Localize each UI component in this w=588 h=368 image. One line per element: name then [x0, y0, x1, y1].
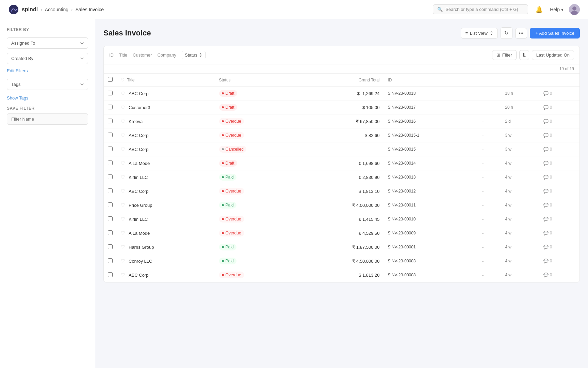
row-checkbox[interactable]	[108, 244, 113, 249]
heart-icon[interactable]: ♡	[121, 133, 125, 138]
row-dash-cell: -	[478, 114, 501, 128]
heart-icon[interactable]: ♡	[121, 105, 125, 110]
th-status: Status	[215, 74, 299, 87]
th-spacer	[478, 74, 501, 87]
add-sales-invoice-button[interactable]: + Add Sales Invoice	[530, 28, 580, 39]
table-row[interactable]: ♡ ABC Corp Overdue $ 82.60 SINV-23-00015…	[104, 128, 579, 142]
table-row[interactable]: ♡ A La Mode Draft € 1,698.60 SINV-23-000…	[104, 156, 579, 170]
status-dot	[222, 120, 224, 122]
col-status-select[interactable]: Status ⇕	[182, 51, 206, 59]
row-time-cell: 20 h	[501, 101, 539, 114]
row-checkbox[interactable]	[108, 174, 113, 179]
comment-count: 0	[550, 133, 552, 138]
table-row[interactable]: ♡ Kirlin LLC Paid € 2,830.90 SINV-23-000…	[104, 170, 579, 184]
assigned-to-select[interactable]: Assigned To	[7, 37, 88, 49]
row-amount-cell	[299, 142, 384, 156]
heart-icon[interactable]: ♡	[121, 230, 125, 236]
row-checkbox[interactable]	[108, 147, 113, 151]
avatar[interactable]	[569, 4, 580, 15]
row-checkbox[interactable]	[108, 272, 113, 277]
help-button[interactable]: Help ▾	[550, 7, 564, 12]
svg-point-4	[571, 11, 578, 15]
row-dash-cell: -	[478, 268, 501, 282]
row-customer-cell: ♡ ABC Corp	[117, 268, 215, 282]
row-customer-cell: ♡ Kreeva	[117, 114, 215, 128]
table-row[interactable]: ♡ Price Group Paid ₹ 4,00,000.00 SINV-23…	[104, 198, 579, 212]
last-updated-button[interactable]: Last Updated On	[532, 50, 574, 60]
tags-select[interactable]: Tags	[7, 79, 88, 90]
row-checkbox[interactable]	[108, 188, 113, 193]
heart-icon[interactable]: ♡	[121, 119, 125, 124]
row-dash-cell: -	[478, 156, 501, 170]
refresh-button[interactable]: ↻	[501, 27, 512, 39]
list-view-button[interactable]: ≡ List View ⇕	[461, 28, 497, 39]
filter-name-input[interactable]	[7, 113, 88, 125]
list-icon: ≡	[465, 31, 468, 36]
table-row[interactable]: ♡ ABC Corp Draft $ -1,269.24 SINV-23-000…	[104, 87, 579, 101]
filter-button[interactable]: ⊞ Filter	[492, 50, 517, 60]
row-checkbox[interactable]	[108, 258, 113, 263]
created-by-select[interactable]: Created By	[7, 53, 88, 64]
table-row[interactable]: ♡ Harris Group Paid ₹ 1,87,500.00 SINV-2…	[104, 240, 579, 254]
row-comments-cell: 💬 0	[539, 226, 579, 240]
row-checkbox[interactable]	[108, 216, 113, 221]
row-amount-cell: $ 82.60	[299, 128, 384, 142]
search-bar[interactable]: 🔍 Search or type a command (Ctrl + G)	[433, 4, 528, 14]
th-checkbox	[104, 74, 117, 87]
table-row[interactable]: ♡ Customer3 Draft $ 105.00 SINV-23-00017…	[104, 101, 579, 114]
toolbar-right: ⊞ Filter ⇅ Last Updated On	[492, 50, 574, 60]
comment-icon: 💬	[543, 245, 549, 249]
heart-icon[interactable]: ♡	[121, 202, 125, 208]
row-checkbox[interactable]	[108, 160, 113, 165]
comment-count: 0	[550, 105, 552, 110]
table-row[interactable]: ♡ A La Mode Overdue € 4,529.50 SINV-23-0…	[104, 226, 579, 240]
row-amount-cell: ₹ 4,00,000.00	[299, 198, 384, 212]
row-checkbox[interactable]	[108, 230, 113, 235]
nav-left: spindl › Accounting › Sales Invoice	[8, 4, 104, 15]
app-name: spindl	[22, 6, 38, 13]
row-status-cell: Draft	[215, 101, 299, 114]
heart-icon[interactable]: ♡	[121, 272, 125, 278]
table-row[interactable]: ♡ ABC Corp Overdue $ 1,813.20 SINV-23-00…	[104, 268, 579, 282]
heart-icon[interactable]: ♡	[121, 91, 125, 96]
heart-icon[interactable]: ♡	[121, 174, 125, 180]
row-amount-cell: $ 1,813.20	[299, 268, 384, 282]
row-checkbox[interactable]	[108, 202, 113, 207]
row-customer-cell: ♡ Harris Group	[117, 240, 215, 254]
table-row[interactable]: ♡ Kirlin LLC Overdue € 1,415.45 SINV-23-…	[104, 212, 579, 226]
breadcrumb-sales-invoice[interactable]: Sales Invoice	[76, 7, 104, 12]
heart-icon[interactable]: ♡	[121, 216, 125, 222]
heart-icon[interactable]: ♡	[121, 160, 125, 166]
heart-icon[interactable]: ♡	[121, 188, 125, 194]
row-checkbox[interactable]	[108, 105, 113, 109]
row-status-cell: Paid	[215, 170, 299, 184]
select-all-checkbox[interactable]	[108, 77, 113, 82]
edit-filters-link[interactable]: Edit Filters	[7, 68, 88, 73]
table-row[interactable]: ♡ ABC Corp Cancelled SINV-23-00015 - 3 w…	[104, 142, 579, 156]
status-label: Paid	[226, 203, 234, 208]
row-checkbox-cell	[104, 268, 117, 282]
heart-icon[interactable]: ♡	[121, 147, 125, 152]
row-checkbox[interactable]	[108, 91, 113, 95]
notification-button[interactable]: 🔔	[534, 4, 544, 15]
customer-name: ABC Corp	[129, 147, 149, 152]
row-checkbox[interactable]	[108, 119, 113, 123]
show-tags-link[interactable]: Show Tags	[7, 95, 88, 101]
status-badge: Overdue	[219, 188, 244, 195]
row-checkbox[interactable]	[108, 133, 113, 137]
table-row[interactable]: ♡ Kreeva Overdue ₹ 67,850.00 SINV-23-000…	[104, 114, 579, 128]
logo[interactable]: spindl	[8, 4, 38, 15]
heart-icon[interactable]: ♡	[121, 258, 125, 264]
heart-icon[interactable]: ♡	[121, 244, 125, 250]
sort-button[interactable]: ⇅	[519, 50, 529, 60]
more-options-button[interactable]: •••	[515, 28, 527, 39]
table-row[interactable]: ♡ Conroy LLC Paid ₹ 4,50,000.00 SINV-23-…	[104, 254, 579, 268]
status-badge: Cancelled	[219, 146, 246, 153]
breadcrumb-accounting[interactable]: Accounting	[45, 7, 68, 12]
table-row[interactable]: ♡ ABC Corp Overdue $ 1,813.10 SINV-23-00…	[104, 184, 579, 198]
row-comments-cell: 💬 0	[539, 198, 579, 212]
row-dash-cell: -	[478, 142, 501, 156]
row-dash-cell: -	[478, 87, 501, 101]
comment-icon: 💬	[543, 175, 549, 180]
customer-name: ABC Corp	[129, 91, 149, 96]
